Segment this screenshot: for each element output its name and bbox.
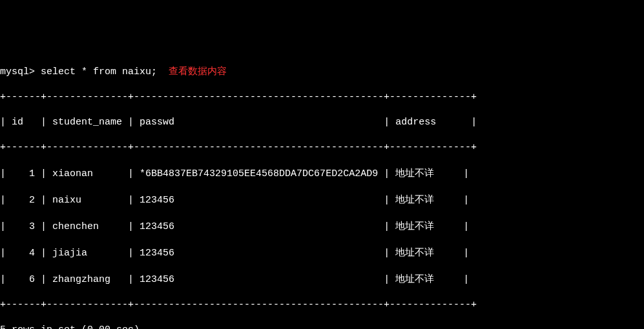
table1-row: | 6 | zhangzhang | 123456 | 地址不详 | (0, 272, 644, 286)
table1-row: | 4 | jiajia | 123456 | 地址不详 | (0, 246, 644, 260)
table1-border-mid: +------+--------------+-----------------… (0, 141, 644, 154)
terminal-output: mysql> select * from naixu; 查看数据内容 +----… (0, 52, 644, 329)
table1-row: | 1 | xiaonan | *6BB4837EB74329105EE4568… (0, 166, 644, 181)
query1-command-line: mysql> select * from naixu; 查看数据内容 (0, 65, 644, 79)
col-student-name: student_name (52, 117, 122, 128)
table1-row: | 2 | naixu | 123456 | 地址不详 | (0, 193, 644, 207)
query1-footer: 5 rows in set (0.00 sec) (0, 324, 644, 330)
query1-annotation: 查看数据内容 (169, 65, 227, 76)
table1-border-top: +------+--------------+-----------------… (0, 91, 644, 104)
table1-header: | id | student_name | passwd | address | (0, 116, 644, 129)
col-address: address (395, 117, 436, 128)
table1-row: | 3 | chenchen | 123456 | 地址不详 | (0, 219, 644, 234)
col-passwd: passwd (140, 117, 174, 128)
col-id: id (12, 117, 23, 128)
query1-sql: select * from naixu; (41, 66, 157, 77)
table1-border-bottom: +------+--------------+-----------------… (0, 299, 644, 312)
mysql-prompt: mysql> (0, 66, 35, 77)
